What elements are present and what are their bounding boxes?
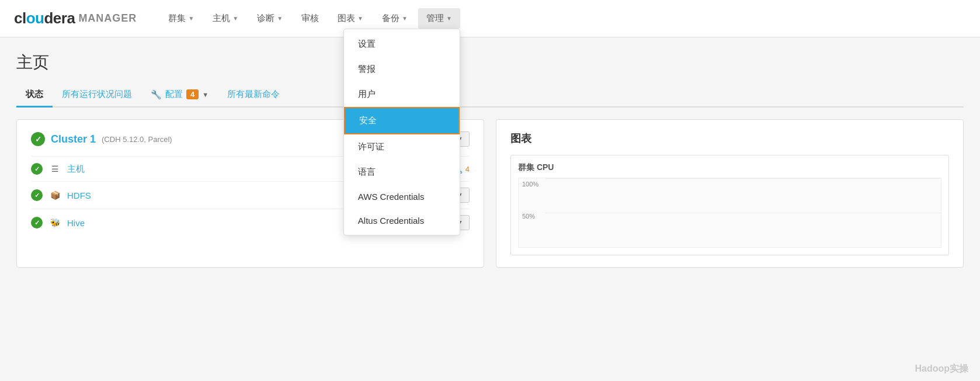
hosts-status-icon: ✓ — [31, 163, 43, 175]
brand-manager: MANAGER — [78, 12, 137, 25]
chart-area — [545, 178, 941, 247]
hdfs-status-icon: ✓ — [31, 189, 43, 201]
main-grid: ✓ Cluster 1 (CDH 5.12.0, Parcel) ▼ ✓ 主机 … — [16, 119, 964, 268]
page-title: 主页 — [16, 51, 964, 74]
nav-items: 群集 ▼ 主机 ▼ 诊断 ▼ 审核 图表 ▼ 备份 ▼ 管理 ▼ — [160, 8, 966, 29]
nav-charts[interactable]: 图表 ▼ — [329, 8, 371, 29]
navbar: cloudera MANAGER 群集 ▼ 主机 ▼ 诊断 ▼ 审核 图表 ▼ … — [0, 0, 980, 37]
nav-clusters[interactable]: 群集 ▼ — [160, 8, 202, 29]
cpu-chart: 100% 50% — [518, 178, 941, 248]
menu-item-altus-credentials[interactable]: Altus Credentials — [344, 209, 460, 233]
hdfs-icon — [48, 189, 61, 202]
menu-item-aws-credentials[interactable]: AWS Credentials — [344, 185, 460, 209]
brand-logo[interactable]: cloudera MANAGER — [14, 9, 137, 27]
cluster-version: (CDH 5.12.0, Parcel) — [102, 135, 172, 144]
nav-audit[interactable]: 审核 — [293, 8, 327, 29]
chevron-down-icon: ▼ — [357, 15, 363, 22]
menu-item-language[interactable]: 语言 — [344, 160, 460, 185]
hive-status-icon: ✓ — [31, 217, 43, 228]
nav-backup[interactable]: 备份 ▼ — [374, 8, 416, 29]
grid-line-bottom — [545, 247, 941, 248]
brand-name: cloudera — [14, 9, 75, 27]
wrench-icon: 🔧 — [151, 89, 162, 100]
nav-diagnostics[interactable]: 诊断 ▼ — [249, 8, 291, 29]
menu-item-alerts[interactable]: 警报 — [344, 57, 460, 82]
tab-status[interactable]: 状态 — [16, 83, 53, 108]
grid-line-top — [545, 178, 941, 179]
chevron-down-icon: ▼ — [232, 15, 238, 22]
config-tab-dropdown-icon[interactable]: ▼ — [202, 91, 208, 98]
tab-health-issues[interactable]: 所有运行状况问题 — [53, 83, 141, 108]
menu-item-license[interactable]: 许可证 — [344, 134, 460, 160]
cluster-name[interactable]: Cluster 1 — [51, 133, 96, 146]
y-axis: 100% 50% — [519, 178, 545, 247]
nav-manage-container: 管理 ▼ 设置 警报 用户 安全 许可证 语言 AWS Credentials … — [418, 8, 460, 29]
page-content: 主页 状态 所有运行状况问题 🔧 配置 4 ▼ 所有最新命令 ✓ Cluster… — [0, 37, 980, 282]
tabs-bar: 状态 所有运行状况问题 🔧 配置 4 ▼ 所有最新命令 — [16, 83, 964, 108]
list-icon — [48, 162, 61, 175]
menu-item-settings[interactable]: 设置 — [344, 32, 460, 57]
cpu-chart-card: 群集 CPU 100% 50% — [510, 155, 949, 255]
tab-config[interactable]: 🔧 配置 4 ▼ — [141, 83, 218, 108]
nav-manage[interactable]: 管理 ▼ — [418, 8, 460, 29]
charts-panel: 图表 群集 CPU 100% 50% Hadoop实操 — [496, 119, 964, 268]
chevron-down-icon: ▼ — [402, 15, 408, 22]
tab-commands[interactable]: 所有最新命令 — [218, 83, 289, 108]
charts-panel-title: 图表 — [510, 131, 949, 146]
hive-icon — [48, 216, 61, 229]
nav-hosts[interactable]: 主机 ▼ — [204, 8, 246, 29]
manage-dropdown-menu: 设置 警报 用户 安全 许可证 语言 AWS Credentials Altus… — [343, 29, 460, 235]
cpu-chart-title: 群集 CPU — [518, 162, 941, 173]
cluster-status-icon: ✓ — [31, 132, 45, 146]
config-badge: 4 — [186, 89, 199, 99]
chevron-down-icon: ▼ — [446, 15, 452, 22]
chevron-down-icon: ▼ — [188, 15, 194, 22]
chevron-down-icon: ▼ — [277, 15, 283, 22]
cluster-title-area: ✓ Cluster 1 (CDH 5.12.0, Parcel) — [31, 132, 172, 146]
menu-item-security[interactable]: 安全 — [344, 107, 460, 134]
grid-line-mid — [545, 213, 941, 213]
menu-item-users[interactable]: 用户 — [344, 82, 460, 107]
